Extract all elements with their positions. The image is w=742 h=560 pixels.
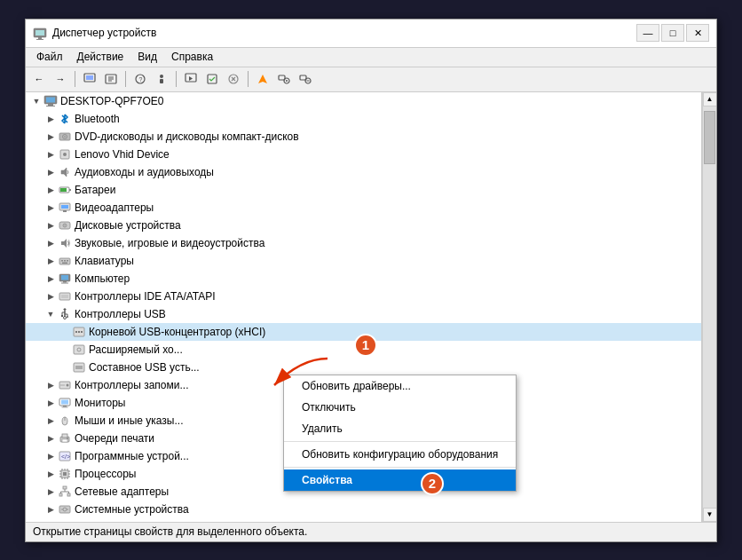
toolbar-btn-9[interactable] <box>274 69 294 89</box>
tree-battery[interactable]: ▶ Батареи <box>26 181 701 199</box>
toolbar-btn-4[interactable] <box>152 69 171 89</box>
toolbar-btn-3[interactable]: ? <box>130 69 150 89</box>
menu-help[interactable]: Справка <box>164 49 220 65</box>
expand-prog[interactable]: ▶ <box>43 449 58 463</box>
svg-point-69 <box>78 331 80 333</box>
scroll-up[interactable]: ▲ <box>703 92 717 106</box>
tree-sys[interactable]: ▶ Системные устройства <box>26 501 701 518</box>
mice-label: Мыши и иные указы... <box>75 414 183 427</box>
expand-bluetooth[interactable]: ▶ <box>43 112 58 126</box>
tree-bluetooth[interactable]: ▶ Bluetooth <box>26 110 701 128</box>
toolbar-btn-6[interactable] <box>202 69 222 89</box>
scroll-track[interactable] <box>703 106 716 508</box>
maximize-button[interactable]: □ <box>661 24 684 42</box>
expand-hid[interactable]: ▶ <box>43 520 58 522</box>
expand-sound[interactable]: ▶ <box>43 236 58 250</box>
expand-keyboard[interactable]: ▶ <box>43 254 58 268</box>
expand-net[interactable]: ▶ <box>43 485 58 499</box>
ctx-properties[interactable]: Свойства <box>284 469 516 491</box>
expand-root[interactable]: ▼ <box>29 94 43 108</box>
svg-rect-56 <box>59 293 70 300</box>
main-area: ▼ DESKTOP-QPF7OE0 ▶ <box>26 92 716 522</box>
tree-keyboard[interactable]: ▶ Клавиатуры <box>26 252 701 270</box>
scroll-thumb[interactable] <box>704 111 715 164</box>
ctx-remove[interactable]: Удалить <box>284 418 516 439</box>
svg-rect-111 <box>59 506 70 513</box>
storage-icon <box>58 378 72 392</box>
expand-video[interactable]: ▶ <box>43 201 58 215</box>
minimize-button[interactable]: — <box>636 24 659 42</box>
svg-point-66 <box>64 316 67 319</box>
svg-rect-53 <box>61 275 68 280</box>
svg-rect-39 <box>60 188 67 192</box>
tree-disk[interactable]: ▶ Дисковые устройства <box>26 217 701 234</box>
sys-label: Системные устройства <box>75 503 189 516</box>
svg-rect-16 <box>208 75 217 83</box>
toolbar-btn-8[interactable] <box>253 69 272 89</box>
tree-root[interactable]: ▼ DESKTOP-QPF7OE0 <box>26 92 701 110</box>
svg-point-83 <box>64 418 66 421</box>
tree-video[interactable]: ▶ Видеоадаптеры <box>26 199 701 217</box>
expand-cpu[interactable]: ▶ <box>43 467 58 481</box>
ctx-refresh-hw[interactable]: Обновить конфигурацию оборудования <box>284 444 516 465</box>
expand-mice[interactable]: ▶ <box>43 414 58 428</box>
toolbar-btn-10[interactable] <box>296 69 315 89</box>
expand-audio[interactable]: ▶ <box>43 165 58 179</box>
expand-lenovo[interactable]: ▶ <box>43 147 58 162</box>
expand-disk[interactable]: ▶ <box>43 218 58 233</box>
expand-computer[interactable]: ▶ <box>43 272 58 286</box>
vertical-scrollbar[interactable]: ▲ ▼ <box>702 92 716 522</box>
back-button[interactable]: ← <box>29 69 49 89</box>
forward-button[interactable]: → <box>51 69 70 89</box>
svg-rect-81 <box>62 406 68 407</box>
toolbar-btn-7[interactable] <box>224 69 243 89</box>
sys-icon <box>58 502 72 517</box>
svg-point-33 <box>64 136 66 138</box>
svg-text:?: ? <box>139 76 143 83</box>
expand-sys[interactable]: ▶ <box>43 502 58 517</box>
expand-print[interactable]: ▶ <box>43 431 58 446</box>
svg-rect-42 <box>63 210 67 212</box>
tree-lenovo[interactable]: ▶ Lenovo Vhid Device <box>26 146 701 163</box>
tree-ide[interactable]: ▶ Контроллеры IDE ATA/ATAPI <box>26 288 701 305</box>
tree-sound[interactable]: ▶ Звуковые, игровые и видеоустройства <box>26 234 701 252</box>
status-bar: Открытие страницы свойств для выделенног… <box>26 522 716 541</box>
close-button[interactable]: ✕ <box>686 24 709 42</box>
svg-point-45 <box>64 225 65 225</box>
expand-monitors[interactable]: ▶ <box>43 396 58 410</box>
svg-rect-49 <box>64 260 66 262</box>
svg-rect-85 <box>62 434 67 438</box>
ide-icon <box>58 289 72 304</box>
mice-icon <box>58 414 72 428</box>
menu-file[interactable]: Файл <box>29 49 70 65</box>
title-bar: Диспетчер устройств — □ ✕ <box>26 20 716 48</box>
tree-usb-comp[interactable]: ▶ Составное USB усть... <box>26 359 701 376</box>
usb-icon <box>58 307 72 321</box>
toolbar-btn-2[interactable] <box>101 69 121 89</box>
tree-computer[interactable]: ▶ Компьютер <box>26 270 701 288</box>
disk-icon <box>58 218 72 233</box>
expand-battery[interactable]: ▶ <box>43 183 58 197</box>
toolbar-btn-1[interactable] <box>80 69 99 89</box>
tree-hid[interactable]: ▶ Устройства HID (Human Interface Device… <box>26 518 701 522</box>
tree-usb[interactable]: ▼ Контроллеры USB <box>26 305 701 323</box>
sound-label: Звуковые, игровые и видеоустройства <box>75 237 264 249</box>
tree-audio[interactable]: ▶ Аудиовходы и аудиовыходы <box>26 163 701 181</box>
svg-point-76 <box>67 383 69 386</box>
tree-dvd[interactable]: ▶ DVD-дисководы и дисководы компакт-диск… <box>26 128 701 146</box>
scroll-down[interactable]: ▼ <box>703 508 717 522</box>
window-title: Диспетчер устройств <box>52 27 636 39</box>
menu-bar: Файл Действие Вид Справка <box>26 48 716 67</box>
keyboard-icon <box>58 254 72 268</box>
svg-rect-71 <box>74 345 84 354</box>
toolbar-btn-5[interactable] <box>181 69 201 89</box>
audio-label: Аудиовходы и аудиовыходы <box>75 166 214 178</box>
usb-hub-icon <box>72 325 86 339</box>
expand-usb[interactable]: ▼ <box>43 307 58 321</box>
expand-ide[interactable]: ▶ <box>43 289 58 304</box>
menu-action[interactable]: Действие <box>70 49 131 65</box>
expand-storage[interactable]: ▶ <box>43 378 58 392</box>
storage-label: Контроллеры запоми... <box>75 379 188 391</box>
expand-dvd[interactable]: ▶ <box>43 130 58 144</box>
menu-view[interactable]: Вид <box>130 49 164 65</box>
